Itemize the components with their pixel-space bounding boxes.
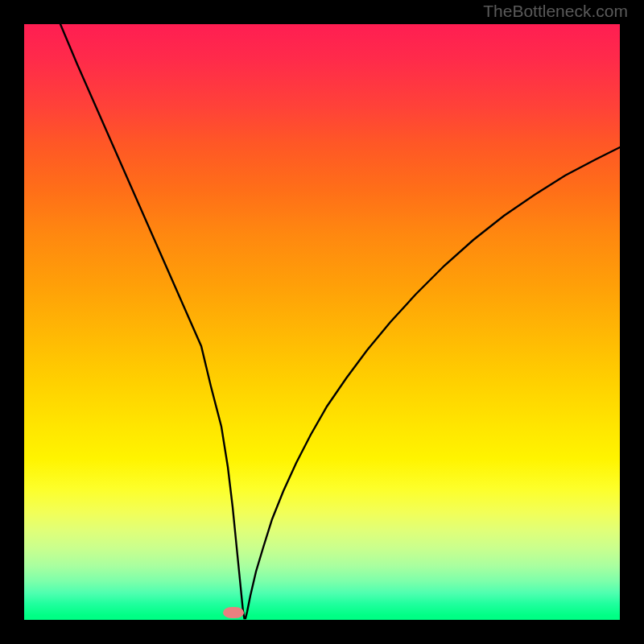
optimal-marker: [223, 607, 244, 618]
chart-plot-area: [24, 24, 620, 620]
bottleneck-curve: [24, 24, 620, 620]
attribution-watermark: TheBottleneck.com: [483, 2, 628, 21]
